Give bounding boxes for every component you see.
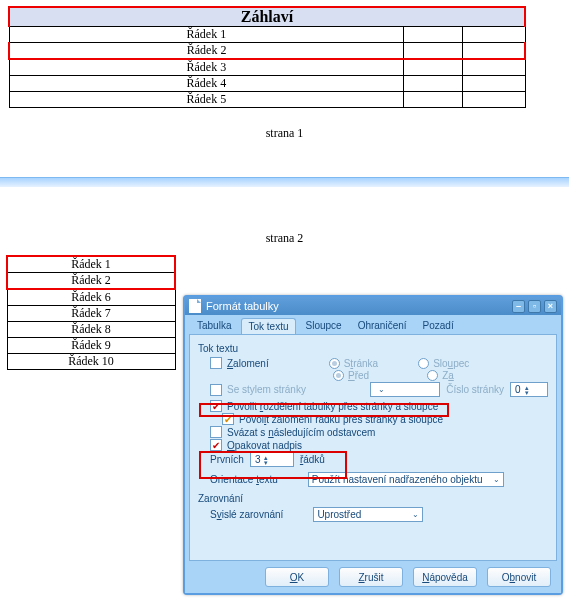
- tab-ohraniceni[interactable]: Ohraničení: [352, 318, 413, 334]
- dialog-titlebar[interactable]: Formát tabulky – ▫ ×: [185, 297, 561, 315]
- close-icon[interactable]: ×: [544, 300, 557, 313]
- dialog-title: Formát tabulky: [206, 300, 509, 312]
- radio-column[interactable]: [418, 358, 429, 369]
- dialog-body: Tok textu Zalomení Stránka Sloupec Před …: [189, 334, 557, 561]
- split-table-checkbox[interactable]: ✔: [210, 400, 222, 412]
- help-button[interactable]: Nápověda: [413, 567, 477, 587]
- split-row-checkbox[interactable]: ✔: [222, 413, 234, 425]
- document-table-page1: Záhlaví Řádek 1 Řádek 2 Řádek 3 Řádek 4 …: [8, 6, 526, 108]
- table-cell: Řádek 1: [7, 256, 175, 273]
- page-number-2: strana 2: [0, 231, 569, 246]
- with-style-checkbox[interactable]: [210, 384, 222, 396]
- radio-page[interactable]: [329, 358, 340, 369]
- break-label: Zalomení: [227, 358, 269, 369]
- page-number-label: Číslo stránky: [446, 384, 504, 395]
- table-header: Záhlaví: [9, 7, 525, 27]
- dialog-tabs: Tabulka Tok textu Sloupce Ohraničení Poz…: [185, 315, 561, 334]
- tab-tok-textu[interactable]: Tok textu: [241, 318, 295, 334]
- table-cell: Řádek 6: [7, 289, 175, 306]
- repeat-rows-label: řádků: [300, 454, 325, 465]
- table-cell: Řádek 4: [9, 76, 404, 92]
- minimize-icon[interactable]: –: [512, 300, 525, 313]
- reset-button[interactable]: Obnovit: [487, 567, 551, 587]
- dialog-button-bar: OK Zrušit Nápověda Obnovit: [185, 561, 561, 593]
- ok-button[interactable]: OK: [265, 567, 329, 587]
- radio-before[interactable]: [333, 370, 344, 381]
- table-cell: Řádek 5: [9, 92, 404, 108]
- tab-pozadi[interactable]: Pozadí: [417, 318, 460, 334]
- tab-tabulka[interactable]: Tabulka: [191, 318, 237, 334]
- table-cell: Řádek 9: [7, 338, 175, 354]
- table-format-dialog: Formát tabulky – ▫ × Tabulka Tok textu S…: [183, 295, 563, 595]
- page-number-1: strana 1: [0, 126, 569, 141]
- break-checkbox[interactable]: [210, 357, 222, 369]
- radio-after-label: Za: [442, 370, 454, 381]
- orientation-label: Orientace textu: [210, 474, 278, 485]
- table-cell: Řádek 8: [7, 322, 175, 338]
- page-style-combo[interactable]: ⌄: [370, 382, 440, 397]
- page-separator: [0, 171, 569, 211]
- tab-sloupce[interactable]: Sloupce: [300, 318, 348, 334]
- split-row-label: Povolit zalomení řádku přes stránky a sl…: [239, 414, 443, 425]
- table-cell: Řádek 2: [9, 43, 404, 60]
- cancel-button[interactable]: Zrušit: [339, 567, 403, 587]
- valign-combo[interactable]: Uprostřed⌄: [313, 507, 423, 522]
- keep-with-next-checkbox[interactable]: [210, 426, 222, 438]
- with-style-label: Se stylem stránky: [227, 384, 306, 395]
- radio-after[interactable]: [427, 370, 438, 381]
- table-cell: Řádek 10: [7, 354, 175, 370]
- radio-page-label: Stránka: [344, 358, 378, 369]
- section-flow-label: Tok textu: [198, 343, 548, 354]
- radio-before-label: Před: [348, 370, 369, 381]
- repeat-first-label: Prvních: [210, 454, 244, 465]
- document-table-page2: Záhlaví Řádek 1 Řádek 2 Řádek 6 Řádek 7 …: [6, 256, 176, 370]
- table-cell: Řádek 2: [7, 273, 175, 290]
- table-cell: Řádek 7: [7, 306, 175, 322]
- split-table-label: Povolit rozdělení tabulky přes stránky a…: [227, 401, 438, 412]
- page-number-spinner[interactable]: 0▴▾: [510, 382, 548, 397]
- valign-label: Svislé zarovnání: [210, 509, 283, 520]
- table-cell: Řádek 3: [9, 59, 404, 76]
- radio-column-label: Sloupec: [433, 358, 469, 369]
- repeat-rows-spinner[interactable]: 3▴▾: [250, 452, 294, 467]
- document-icon: [189, 299, 201, 313]
- repeat-heading-label: Opakovat nadpis: [227, 440, 302, 451]
- orientation-combo[interactable]: Použít nastavení nadřazeného objektu⌄: [308, 472, 504, 487]
- repeat-heading-checkbox[interactable]: ✔: [210, 439, 222, 451]
- keep-with-next-label: Svázat s následujícím odstavcem: [227, 427, 375, 438]
- section-align-label: Zarovnání: [198, 493, 548, 504]
- table-cell: Řádek 1: [9, 27, 404, 43]
- maximize-icon[interactable]: ▫: [528, 300, 541, 313]
